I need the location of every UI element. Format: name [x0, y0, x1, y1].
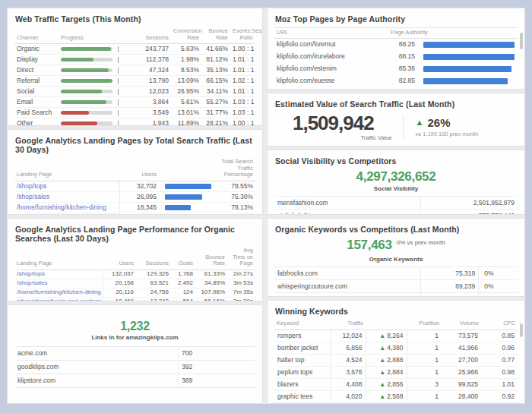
landing-page-link[interactable]: /home/furnishing/kitchen-dining	[14, 202, 119, 213]
organic-keywords-note: 0% vs prev month	[397, 239, 445, 246]
cell-site: klipstore.com	[14, 374, 179, 388]
organic-keywords-label-block: Organic Keywords	[274, 256, 518, 263]
table-row: halter top 4,524 ▲2,888 1 27,700 0.77	[274, 354, 518, 366]
cell-competitor-value: 773,758,449	[420, 210, 518, 216]
bullet-track	[61, 68, 112, 72]
up-triangle-icon: ▲	[379, 345, 385, 352]
landing-page-link[interactable]: /shop/shoes/heels-and-wedges	[14, 213, 119, 215]
cell-position: 1	[407, 342, 442, 354]
cell-sessions: 112,378	[131, 55, 171, 65]
scrollbar-thumb[interactable]	[520, 33, 523, 49]
up-triangle-icon: ▲	[416, 118, 424, 127]
bullet-track	[61, 90, 112, 93]
table-row: /shop/shoes/heels-and-wedges 18,469 17,2…	[14, 297, 255, 301]
table-header-row: Landing Page Users Total Search Traffic …	[14, 158, 255, 181]
users-bar	[165, 205, 191, 210]
table-row: klipfolio.com/irurelabore 88.15	[274, 51, 518, 63]
landing-page-link[interactable]: /home/furnishing/kitchen-dining	[14, 288, 103, 297]
up-triangle-icon: ▲	[379, 369, 385, 376]
landing-page-link[interactable]: /shop/tops	[14, 270, 103, 279]
scrollbar-thumb[interactable]	[520, 323, 523, 337]
cell-sessions: 3,549	[131, 108, 171, 118]
page-url-link[interactable]: klipfolio.com/loremut	[274, 38, 388, 51]
col-header-users: Users	[119, 158, 159, 181]
table-row: rompers 12,024 ▲8,264 1 73,575 0.85	[274, 329, 518, 342]
table-row: denim skirt 2,496 ▲1,716 1 15,383 1.64	[274, 402, 518, 404]
cell-bounce-rate: 31.77%	[201, 108, 230, 118]
landing-page-link[interactable]: /shop/sales	[14, 191, 119, 202]
cell-keyword-delta: 0%	[479, 293, 518, 298]
col-header-channel: Channel	[14, 27, 59, 44]
cell-users: 26,095	[119, 191, 159, 202]
cell-ratio: 1.03 : 1	[230, 97, 255, 108]
cell-channel: Paid Search	[14, 108, 59, 118]
cell-site: acme.com	[14, 347, 179, 361]
cell-avg-time: 3m 39s	[227, 297, 255, 301]
cell-competitor-site: stylishclothing.com	[274, 210, 420, 216]
traffic-value-block: 1,509,942 Traffic Value	[274, 112, 403, 141]
cell-bounce-rate: 35.13%	[201, 65, 230, 76]
social-visibility-summary: 4,297,326,652 Social Visibility	[274, 169, 518, 192]
cell-volume: 27,700	[442, 354, 481, 366]
progress-bullet-chart	[61, 110, 129, 116]
cell-ratio: 1.03 : 1	[230, 108, 255, 118]
panel-title-web-traffic: Web Traffic Targets (This Month)	[15, 14, 255, 24]
dashboard-content: Web Traffic Targets (This Month) Channel…	[7, 8, 525, 404]
bullet-fill	[61, 90, 102, 93]
table-row: graphic tees 4,020 ▲2,568 1 28,400 0.92	[274, 390, 518, 402]
table-header-row: Channel Progress Sessions Conversion Rat…	[14, 27, 255, 44]
organic-keywords-value: 157,463	[347, 238, 391, 253]
cell-bounce-rate: 81.12%	[201, 55, 230, 65]
cell-progress	[59, 76, 131, 87]
bullet-target-marker-icon	[118, 99, 119, 106]
cell-competitor-value: 2,501,952,879	[420, 197, 518, 210]
cell-users-bar	[159, 213, 214, 215]
page-url-link[interactable]: klipfolio.com/nostrudofficia	[274, 87, 388, 90]
cell-sessions: 243,737	[131, 44, 171, 55]
table-row: klipfolio.com/loremut 88.25	[274, 38, 518, 51]
traffic-change-value: 2,884	[387, 368, 403, 376]
traffic-value: 1,509,942	[274, 112, 392, 134]
page-url-link[interactable]: klipfolio.com/irurelabore	[274, 51, 388, 63]
cell-cpc: 0.85	[481, 329, 518, 342]
search-value-content: 1,509,942 Traffic Value ▲ 26% vs 1,199,1…	[274, 112, 518, 141]
cell-users: 132,037	[103, 270, 136, 279]
cell-traffic: 3,676	[331, 366, 366, 378]
cell-bounce-rate: 107.96%	[195, 288, 227, 297]
cell-sessions: 3,864	[131, 97, 171, 108]
cell-sessions: 24,756	[136, 288, 171, 297]
page-url-link[interactable]: klipfolio.com/estenim	[274, 63, 388, 75]
cell-traffic: 4,408	[331, 378, 366, 390]
authority-bar	[423, 54, 515, 60]
table-row: /shop/shoes/heels-and-wedges 15,232 66.3…	[14, 213, 255, 215]
cell-authority-value: 85.36	[388, 63, 417, 75]
cell-users-bar	[159, 181, 214, 191]
cell-users-bar	[159, 191, 214, 202]
col-header-landing-page: Landing Page	[14, 158, 119, 181]
page-url-link[interactable]: klipfolio.com/euesse	[274, 75, 388, 87]
bullet-target-marker-icon	[118, 89, 119, 95]
cell-authority-bar	[417, 63, 518, 75]
cell-traffic: 4,524	[331, 354, 366, 366]
landing-page-link[interactable]: /shop/tops	[14, 181, 119, 191]
bullet-track	[61, 111, 112, 115]
cell-traffic-pct: 66.32%	[214, 213, 255, 215]
links-in-table: acme.com 700 goodklips.com 392 klipstore…	[14, 346, 255, 388]
ga-organic-table: Landing Page Users Sessions Goals Bounce…	[14, 247, 255, 301]
col-header-spacer	[159, 158, 214, 181]
table-row: whisperingcoutoure.com 69,239 0%	[274, 280, 518, 293]
cell-conversion-rate: 5.61%	[171, 97, 201, 108]
cell-sessions: 129,326	[136, 270, 171, 279]
landing-page-link[interactable]: /shop/sales	[14, 279, 103, 288]
col-header-traffic: Traffic	[331, 320, 366, 329]
table-header-row: URL Page Authority	[274, 28, 518, 39]
social-visibility-value: 4,297,326,652	[274, 169, 518, 184]
cell-keyword-count: 69,239	[420, 280, 479, 293]
table-row: acme.com 700	[14, 347, 255, 361]
organic-keywords-summary: 157,463 0% vs prev month	[274, 238, 518, 253]
cell-position: 3	[407, 378, 442, 390]
landing-page-link[interactable]: /shop/shoes/heels-and-wedges	[14, 297, 103, 301]
cell-position: 1	[407, 329, 442, 342]
progress-bullet-chart	[61, 68, 129, 74]
table-row: bomber jacket 6,856 ▲4,380 1 41,966 0.96	[274, 342, 518, 354]
